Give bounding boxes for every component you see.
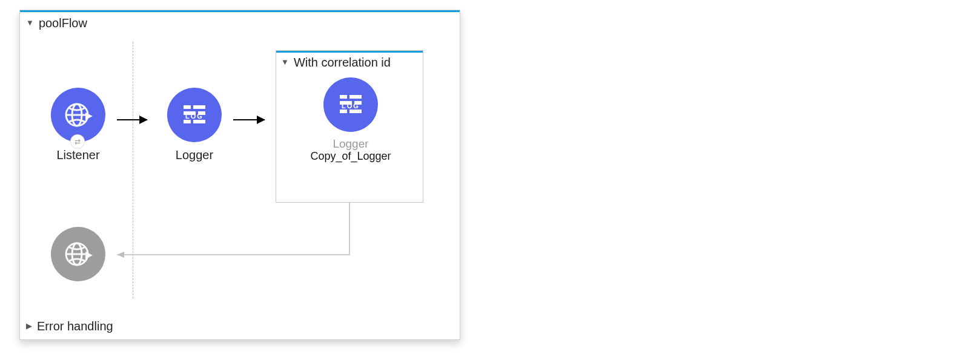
lane-separator	[133, 42, 133, 298]
svg-rect-4	[184, 105, 191, 109]
svg-marker-22	[117, 252, 124, 258]
svg-text:LOG: LOG	[342, 102, 360, 110]
chevron-right-icon: ▶	[26, 321, 32, 330]
flow-title: poolFlow	[39, 16, 87, 30]
scope-logger-node[interactable]: LOG Logger Copy_of_Logger	[299, 77, 402, 163]
svg-marker-3	[85, 113, 93, 120]
listener-node[interactable]: ⇄ Listener	[42, 88, 114, 162]
log-brick-icon: LOG	[323, 77, 378, 132]
scope-header[interactable]: ▼ With correlation id	[281, 56, 391, 70]
chevron-down-icon: ▼	[281, 57, 289, 67]
logger-label: Logger	[158, 148, 231, 162]
correlation-scope[interactable]: ▼ With correlation id LOG Logger	[276, 50, 423, 203]
scope-logger-type-label: Logger	[299, 138, 402, 151]
http-globe-icon	[51, 88, 105, 142]
svg-rect-5	[193, 105, 205, 109]
flow-designer-canvas: ▼ poolFlow ⇄ Listener	[0, 0, 980, 363]
http-globe-icon	[51, 227, 105, 281]
arrow-icon	[233, 119, 265, 120]
response-indicator-icon: ⇄	[71, 135, 84, 148]
scope-title: With correlation id	[294, 56, 391, 70]
svg-marker-21	[85, 252, 93, 259]
svg-rect-9	[193, 120, 205, 123]
error-handling-header[interactable]: ▶ Error handling	[26, 319, 113, 333]
chevron-down-icon: ▼	[26, 18, 34, 27]
scope-logger-name: Copy_of_Logger	[299, 151, 402, 163]
error-handling-title: Error handling	[37, 319, 113, 333]
logger-node[interactable]: LOG Logger	[158, 88, 231, 162]
flow-panel[interactable]: ▼ poolFlow ⇄ Listener	[19, 10, 460, 340]
flow-header[interactable]: ▼ poolFlow	[26, 16, 87, 30]
log-brick-icon: LOG	[167, 88, 222, 142]
listener-label: Listener	[42, 148, 114, 162]
svg-rect-15	[340, 110, 347, 113]
svg-rect-11	[340, 95, 347, 99]
svg-text:LOG: LOG	[185, 113, 204, 120]
svg-rect-12	[349, 95, 362, 99]
arrow-icon	[117, 119, 147, 120]
svg-rect-16	[349, 110, 362, 113]
svg-rect-8	[184, 120, 191, 123]
response-node[interactable]	[42, 227, 114, 287]
